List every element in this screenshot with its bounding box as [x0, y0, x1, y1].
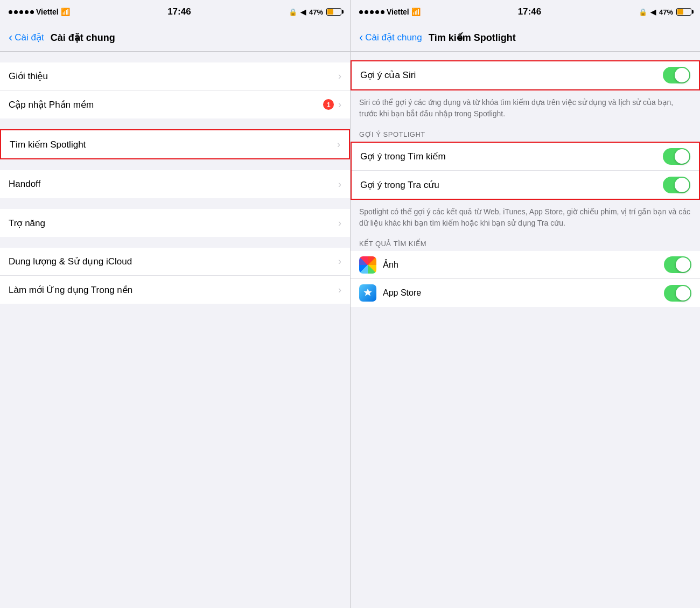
sidebar-item-tro-nang[interactable]: Trợ năng ›	[0, 209, 350, 237]
gioi-thieu-chevron-icon: ›	[338, 71, 341, 82]
left-panel: Viettel 📶 17:46 🔒 ◀ 47% ‹ Cài đặt Cài đặ…	[0, 0, 350, 608]
r-dot-4	[375, 10, 379, 14]
left-status-left: Viettel 📶	[9, 8, 70, 16]
siri-toggle[interactable]	[663, 67, 690, 83]
goi-y-tim-kiem-label: Gợi ý trong Tìm kiếm	[360, 151, 446, 162]
cap-nhat-left: Cập nhật Phần mềm	[9, 99, 94, 110]
siri-toggle-knob	[675, 68, 689, 82]
appstore-label: App Store	[383, 288, 421, 298]
right-battery-box	[676, 8, 691, 16]
left-carrier: Viettel	[36, 8, 59, 16]
right-battery-fill	[677, 9, 683, 15]
cap-nhat-chevron-icon: ›	[338, 99, 341, 110]
sidebar-item-dung-luong[interactable]: Dung lượng & Sử dụng iCloud ›	[0, 248, 350, 276]
right-time: 17:46	[518, 6, 541, 17]
right-back-button[interactable]: ‹ Cài đặt chung	[359, 32, 422, 44]
dung-luong-label: Dung lượng & Sử dụng iCloud	[9, 256, 132, 267]
left-back-chevron-icon: ‹	[9, 32, 12, 44]
dot-5	[30, 10, 34, 14]
left-group-handoff: Handoff ›	[0, 170, 350, 198]
r-dot-3	[370, 10, 374, 14]
left-gap-3	[0, 159, 350, 170]
left-status-bar: Viettel 📶 17:46 🔒 ◀ 47%	[0, 0, 350, 24]
anh-app-icon	[359, 256, 376, 274]
goi-y-tra-cuu-toggle[interactable]	[663, 177, 690, 193]
appstore-left: App Store	[359, 284, 421, 302]
ket-qua-section-header: KẾT QUẢ TÌM KIẾM	[351, 235, 700, 251]
sidebar-item-cap-nhat[interactable]: Cập nhật Phần mềm 1 ›	[0, 90, 350, 118]
left-gap-1	[0, 52, 350, 62]
right-nav-title: Tìm kiếm Spotlight	[429, 32, 516, 44]
right-location-icon: ◀	[650, 8, 656, 16]
cap-nhat-right: 1 ›	[323, 99, 341, 110]
left-battery-fill	[327, 9, 333, 15]
right-content-area: Gợi ý của Siri Siri có thể gợi ý các ứng…	[351, 52, 700, 608]
sidebar-item-gioi-thieu[interactable]: Giới thiệu ›	[0, 62, 350, 90]
anh-left: Ảnh	[359, 256, 398, 274]
spotlight-group: Gợi ý trong Tìm kiếm Gợi ý trong Tra cứu	[351, 142, 700, 200]
tim-kiem-chevron-icon: ›	[337, 139, 340, 150]
dot-4	[25, 10, 29, 14]
right-battery-area: 🔒 ◀ 47%	[639, 8, 691, 16]
right-back-chevron-icon: ‹	[359, 32, 363, 44]
tro-nang-chevron-icon: ›	[338, 218, 341, 229]
right-top-gap	[351, 52, 700, 60]
tim-kiem-label: Tìm kiếm Spotlight	[10, 139, 86, 150]
left-back-button[interactable]: ‹ Cài đặt	[9, 32, 44, 44]
appstore-app-row[interactable]: App Store	[351, 279, 700, 307]
r-dot-5	[381, 10, 384, 14]
apps-group: Ảnh App Store	[351, 251, 700, 307]
siri-toggle-row[interactable]: Gợi ý của Siri	[352, 61, 699, 89]
left-gap-5	[0, 237, 350, 248]
left-time: 17:46	[167, 6, 191, 17]
right-carrier: Viettel	[387, 8, 409, 16]
anh-toggle[interactable]	[664, 256, 691, 273]
anh-app-row[interactable]: Ảnh	[351, 251, 700, 279]
goi-y-tim-kiem-toggle[interactable]	[663, 148, 690, 165]
right-panel: Viettel 📶 17:46 🔒 ◀ 47% ‹ Cài đặt chung …	[350, 0, 700, 608]
right-nav-bar: ‹ Cài đặt chung Tìm kiếm Spotlight	[351, 24, 700, 52]
left-group-bottom: Dung lượng & Sử dụng iCloud › Làm mới Ứn…	[0, 248, 350, 304]
left-group-tronang: Trợ năng ›	[0, 209, 350, 237]
handoff-chevron-icon: ›	[338, 179, 341, 190]
spotlight-description: Spotlight có thể gợi ý các kết quả từ We…	[351, 200, 700, 235]
left-location-icon: ◀	[300, 8, 306, 16]
goi-y-tim-kiem-knob	[675, 149, 689, 164]
appstore-app-icon	[359, 284, 376, 302]
sidebar-item-tim-kiem[interactable]: Tìm kiếm Spotlight ›	[0, 129, 350, 159]
goi-y-tim-kiem-row[interactable]: Gợi ý trong Tìm kiếm	[352, 143, 699, 171]
goi-y-tra-cuu-row[interactable]: Gợi ý trong Tra cứu	[352, 171, 699, 199]
siri-label: Gợi ý của Siri	[360, 69, 416, 81]
sidebar-item-handoff[interactable]: Handoff ›	[0, 170, 350, 198]
anh-toggle-knob	[676, 257, 690, 272]
cap-nhat-label: Cập nhật Phần mềm	[9, 99, 94, 110]
left-nav-bar: ‹ Cài đặt Cài đặt chung	[0, 24, 350, 52]
appstore-toggle[interactable]	[664, 285, 691, 302]
sidebar-item-lam-moi[interactable]: Làm mới Ứng dụng Trong nền ›	[0, 276, 350, 304]
siri-description: Siri có thể gợi ý các ứng dụng và từ khó…	[351, 90, 700, 126]
cap-nhat-badge: 1	[323, 99, 334, 110]
right-status-bar: Viettel 📶 17:46 🔒 ◀ 47%	[351, 0, 700, 24]
left-back-label: Cài đặt	[15, 32, 44, 43]
anh-label: Ảnh	[383, 260, 398, 270]
spotlight-section-header: GỢI Ý SPOTLIGHT	[351, 126, 700, 142]
left-gap-2	[0, 118, 350, 129]
siri-suggestion-group: Gợi ý của Siri	[351, 60, 700, 90]
left-battery-box	[326, 8, 341, 16]
left-lock-icon: 🔒	[289, 8, 297, 16]
dung-luong-chevron-icon: ›	[338, 256, 341, 267]
tro-nang-label: Trợ năng	[9, 218, 45, 229]
right-status-left: Viettel 📶	[359, 8, 421, 16]
right-wifi-icon: 📶	[411, 8, 421, 16]
appstore-toggle-knob	[676, 286, 690, 300]
goi-y-tra-cuu-label: Gợi ý trong Tra cứu	[360, 179, 439, 191]
dot-1	[9, 10, 12, 14]
r-dot-1	[359, 10, 363, 14]
lam-moi-label: Làm mới Ứng dụng Trong nền	[9, 284, 132, 296]
dot-2	[14, 10, 18, 14]
tim-kiem-row[interactable]: Tìm kiếm Spotlight ›	[1, 130, 349, 158]
right-battery-pct: 47%	[659, 8, 673, 16]
right-back-label: Cài đặt chung	[365, 32, 422, 43]
handoff-label: Handoff	[9, 179, 40, 190]
gioi-thieu-left: Giới thiệu	[9, 71, 48, 82]
